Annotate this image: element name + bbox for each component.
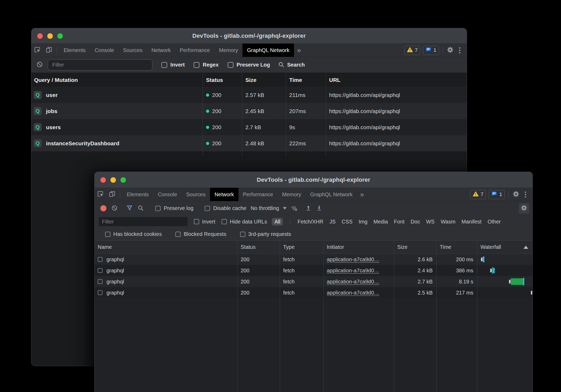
inspect-element-button[interactable] — [31, 44, 43, 57]
tab-elements[interactable]: Elements — [122, 188, 153, 201]
tab-network[interactable]: Network — [210, 188, 238, 201]
export-har-button[interactable] — [316, 205, 322, 212]
zoom-button[interactable] — [57, 33, 63, 39]
row-checkbox[interactable] — [98, 279, 102, 284]
chip-other[interactable]: Other — [488, 219, 501, 225]
clear-network-log-button[interactable] — [111, 205, 118, 212]
tab-network[interactable]: Network — [147, 44, 175, 57]
tab-memory[interactable]: Memory — [214, 44, 242, 57]
column-header-status[interactable]: Status — [203, 73, 242, 87]
column-header-time[interactable]: Time — [286, 73, 326, 87]
invert-checkbox[interactable] — [194, 219, 199, 224]
minimize-button[interactable] — [110, 177, 116, 183]
has-blocked-cookies-checkbox[interactable] — [105, 232, 110, 237]
initiator-link[interactable]: application-a7ca9d0… — [327, 256, 379, 263]
tab-graphql-network[interactable]: GraphQL Network — [306, 188, 357, 201]
more-tabs-button[interactable]: » — [294, 44, 304, 57]
table-row[interactable]: Q users 200 2.7 kB 9s https://gitlab.com… — [31, 119, 467, 135]
tab-performance[interactable]: Performance — [239, 188, 278, 201]
table-row[interactable]: Q jobs 200 2.45 kB 207ms https://gitlab.… — [31, 103, 467, 119]
settings-button[interactable] — [512, 190, 520, 198]
search-button[interactable] — [137, 205, 144, 212]
column-header-type[interactable]: Type — [280, 241, 323, 254]
titlebar[interactable]: DevTools - gitlab.com/-/graphql-explorer — [31, 28, 467, 44]
preserve-log-checkbox[interactable] — [155, 206, 161, 211]
chip-fetch-xhr[interactable]: Fetch/XHR — [297, 219, 323, 225]
column-header-time[interactable]: Time — [436, 241, 477, 254]
kebab-menu-button[interactable] — [522, 190, 529, 199]
table-row[interactable]: Q instanceSecurityDashboard 200 2.48 kB … — [31, 135, 467, 151]
chip-img[interactable]: Img — [359, 219, 367, 225]
device-toolbar-button[interactable] — [106, 188, 118, 201]
chip-media[interactable]: Media — [373, 219, 388, 225]
column-header-url[interactable]: URL — [326, 73, 467, 87]
record-network-log-button[interactable] — [100, 205, 106, 211]
column-header-name[interactable]: Name — [95, 241, 237, 254]
tab-memory[interactable]: Memory — [278, 188, 306, 201]
titlebar[interactable]: DevTools - gitlab.com/-/graphql-explorer — [95, 172, 532, 188]
messages-badge[interactable]: 1 — [489, 190, 505, 199]
hide-data-urls-checkbox[interactable] — [222, 219, 227, 224]
column-header-status[interactable]: Status — [237, 241, 280, 254]
invert-checkbox[interactable] — [161, 62, 167, 68]
warnings-badge[interactable]: 7 — [470, 190, 486, 199]
column-header-waterfall[interactable]: Waterfall — [477, 241, 532, 254]
tab-graphql-network[interactable]: GraphQL Network — [242, 44, 294, 57]
throttling-dropdown[interactable]: No throttling — [251, 205, 287, 211]
tab-performance[interactable]: Performance — [175, 44, 215, 57]
row-checkbox[interactable] — [98, 257, 102, 262]
tab-console[interactable]: Console — [90, 44, 118, 57]
close-button[interactable] — [37, 33, 43, 39]
initiator-link[interactable]: application-a7ca9d0… — [327, 290, 379, 296]
more-tabs-button[interactable]: » — [357, 188, 367, 201]
minimize-button[interactable] — [47, 33, 53, 39]
third-party-requests-checkbox[interactable] — [240, 232, 245, 237]
tab-sources[interactable]: Sources — [182, 188, 210, 201]
messages-badge[interactable]: 1 — [423, 46, 439, 55]
tab-sources[interactable]: Sources — [119, 44, 147, 57]
filter-toggle-button[interactable] — [127, 205, 133, 212]
inspect-element-button[interactable] — [95, 188, 106, 201]
regex-checkbox[interactable] — [194, 62, 199, 68]
chip-js[interactable]: JS — [329, 219, 335, 225]
column-header-initiator[interactable]: Initiator — [323, 241, 394, 254]
search-button[interactable]: Search — [278, 61, 305, 69]
tab-elements[interactable]: Elements — [59, 44, 90, 57]
clear-button[interactable] — [36, 61, 43, 69]
network-filter-input[interactable] — [99, 217, 188, 226]
close-button[interactable] — [100, 177, 106, 183]
chip-manifest[interactable]: Manifest — [461, 219, 481, 225]
chip-doc[interactable]: Doc — [411, 219, 420, 225]
filter-input[interactable] — [48, 59, 152, 71]
time-cell: 222ms — [286, 135, 326, 151]
device-toolbar-button[interactable] — [43, 44, 55, 57]
column-header-query-mutation[interactable]: Query / Mutation — [31, 73, 203, 87]
table-row[interactable]: graphql 200 fetch application-a7ca9d0… 2… — [95, 276, 532, 287]
warnings-badge[interactable]: 7 — [404, 46, 420, 55]
chip-all[interactable]: All — [272, 218, 283, 226]
chip-css[interactable]: CSS — [342, 219, 353, 225]
table-row[interactable]: Q user 200 2.57 kB 211ms https://gitlab.… — [31, 87, 467, 103]
initiator-link[interactable]: application-a7ca9d0… — [327, 279, 379, 285]
kebab-menu-button[interactable] — [456, 46, 463, 55]
table-row[interactable]: graphql 200 fetch application-a7ca9d0… 2… — [95, 254, 532, 265]
chip-font[interactable]: Font — [394, 219, 405, 225]
preserve-log-checkbox[interactable] — [228, 62, 233, 68]
network-conditions-button[interactable] — [290, 205, 298, 212]
row-checkbox[interactable] — [98, 290, 102, 295]
initiator-link[interactable]: application-a7ca9d0… — [327, 268, 379, 274]
disable-cache-checkbox[interactable] — [205, 206, 210, 211]
row-checkbox[interactable] — [98, 268, 102, 273]
import-har-button[interactable] — [305, 205, 311, 212]
zoom-button[interactable] — [120, 177, 126, 183]
column-header-size[interactable]: Size — [394, 241, 436, 254]
chip-ws[interactable]: WS — [426, 219, 434, 225]
network-settings-button[interactable] — [519, 203, 529, 214]
chip-wasm[interactable]: Wasm — [441, 219, 455, 225]
tab-console[interactable]: Console — [153, 188, 181, 201]
table-row[interactable]: graphql 200 fetch application-a7ca9d0… 2… — [95, 265, 532, 276]
blocked-requests-checkbox[interactable] — [175, 232, 181, 237]
column-header-size[interactable]: Size — [242, 73, 286, 87]
table-row[interactable]: graphql 200 fetch application-a7ca9d0… 2… — [95, 287, 532, 298]
settings-button[interactable] — [447, 46, 454, 54]
